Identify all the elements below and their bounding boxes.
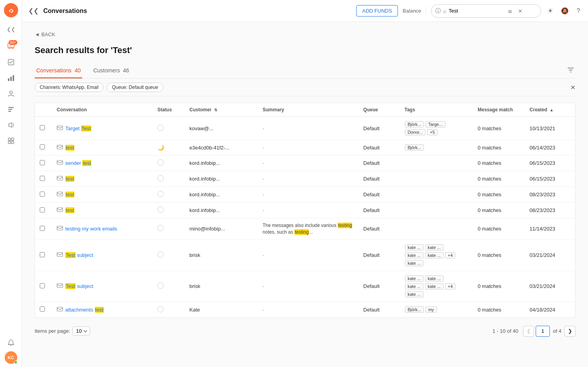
info-icon[interactable]: ⓘ	[435, 7, 441, 15]
svg-point-6	[9, 91, 12, 94]
table-filter-icon[interactable]	[566, 65, 575, 76]
filter-close-icon[interactable]: ✕	[570, 84, 575, 91]
search-input[interactable]	[449, 8, 504, 14]
row-checkbox[interactable]	[40, 125, 45, 130]
filter-chip-queue[interactable]: Queue: Default queue	[107, 83, 163, 92]
tag-chip[interactable]: Donor...	[405, 129, 426, 135]
status-snoozed-icon: 🌙	[157, 144, 164, 151]
search-highlight: Test	[81, 125, 91, 131]
sidebar-item-tasks[interactable]	[4, 55, 18, 69]
back-link[interactable]: ◄ BACK	[35, 31, 575, 37]
tag-chip[interactable]: +4	[445, 283, 456, 290]
conversation-link[interactable]: test	[65, 207, 74, 213]
queue-cell: Default	[359, 117, 400, 140]
current-page-input[interactable]	[536, 326, 550, 337]
conversation-link[interactable]: Target Test	[65, 125, 91, 131]
col-header-message-match: Message match	[473, 103, 525, 117]
search-icon[interactable]: ⌕	[443, 8, 446, 14]
summary-cell: -	[258, 117, 359, 140]
tag-chip[interactable]: +4	[445, 252, 456, 258]
row-checkbox[interactable]	[40, 207, 45, 212]
sidebar-item-segments[interactable]	[4, 102, 18, 116]
created-cell: 04/18/2024	[525, 302, 575, 317]
tag-chip[interactable]: kate ...	[425, 275, 444, 282]
tag-chip[interactable]: kate ...	[405, 244, 423, 251]
svg-rect-16	[57, 160, 63, 164]
svg-rect-4	[10, 77, 12, 81]
user-avatar[interactable]: KC	[5, 351, 17, 364]
message-match-cell: 0 matches	[473, 240, 525, 271]
sidebar-item-reports[interactable]	[4, 71, 18, 85]
tag-chip[interactable]: kate ...	[405, 252, 423, 258]
sidebar-item-campaigns[interactable]	[4, 118, 18, 132]
tag-chip[interactable]: my	[425, 306, 437, 313]
filter-icon[interactable]: ≣	[506, 6, 514, 16]
conversation-link[interactable]: attachments test	[65, 307, 104, 313]
col-header-customer[interactable]: Customer ⇅	[185, 103, 258, 117]
sidebar-item-contacts[interactable]	[4, 87, 18, 101]
filter-chip-channels[interactable]: Channels: WhatsApp, Email	[35, 83, 104, 92]
row-checkbox[interactable]	[40, 283, 45, 288]
tag-chip[interactable]: kate ...	[405, 275, 423, 282]
sidebar-item-conversations[interactable]: 99+	[4, 39, 18, 53]
tag-chip[interactable]: kate ...	[425, 244, 444, 251]
tag-chip[interactable]: Targe...	[425, 121, 446, 127]
svg-rect-15	[57, 145, 63, 149]
message-match-cell: 0 matches	[473, 117, 525, 140]
results-table: Conversation Status Customer ⇅ Summary Q…	[35, 103, 575, 318]
svg-rect-5	[13, 75, 14, 81]
tag-chip[interactable]: Björk...	[405, 306, 424, 313]
pagination-range: 1 - 10 of 40	[492, 328, 518, 334]
items-per-page-select[interactable]: 10 25 50	[72, 326, 90, 336]
tag-chip[interactable]: kate ...	[425, 252, 444, 258]
col-header-created[interactable]: Created ▲	[525, 103, 575, 117]
conversation-link[interactable]: test	[65, 145, 74, 151]
conversation-link[interactable]: test	[65, 192, 74, 197]
conversation-link[interactable]: Test subject	[65, 252, 93, 258]
email-icon	[57, 160, 63, 166]
search-highlight: test	[95, 307, 104, 313]
sidebar-item-grid[interactable]	[4, 134, 18, 148]
sidebar-collapse-btn[interactable]: ❮❮	[4, 22, 18, 36]
col-header-checkbox	[35, 103, 52, 117]
tag-chip[interactable]: +5	[427, 129, 438, 135]
status-open-icon	[157, 159, 164, 166]
help-icon[interactable]: ?	[575, 6, 582, 16]
conversation-link[interactable]: sender test	[65, 160, 91, 166]
prev-page-button[interactable]: ❮	[523, 326, 534, 337]
status-open-icon	[157, 251, 164, 258]
next-page-button[interactable]: ❯	[564, 326, 575, 337]
conversation-link[interactable]: test	[65, 176, 74, 182]
tag-chip[interactable]: kate ...	[425, 283, 444, 290]
tag-chip[interactable]: kate ...	[405, 260, 423, 266]
brightness-icon[interactable]: ☀	[546, 6, 555, 16]
email-icon	[57, 192, 63, 197]
app-logo[interactable]	[4, 3, 18, 17]
sidebar-toggle-icon[interactable]: ❮❮	[28, 7, 39, 15]
search-highlight: test	[65, 176, 74, 182]
mute-icon[interactable]: 🔕	[559, 6, 570, 16]
tab-customers[interactable]: Customers 46	[92, 63, 131, 78]
row-checkbox[interactable]	[40, 252, 45, 257]
row-checkbox[interactable]	[40, 192, 45, 197]
summary-cell: -	[258, 171, 359, 187]
tag-chip[interactable]: kate ...	[405, 291, 423, 297]
tab-conversations[interactable]: Conversations 40	[35, 63, 82, 78]
row-checkbox[interactable]	[40, 160, 45, 165]
status-open-icon	[157, 306, 164, 312]
items-per-page-label: Items per page:	[35, 328, 70, 334]
tag-chip[interactable]: kate ...	[405, 283, 423, 290]
created-cell: 03/21/2024	[525, 271, 575, 302]
table-row: attachments testKate-DefaultBjörk...my0 …	[35, 302, 575, 317]
row-checkbox[interactable]	[40, 176, 45, 181]
tag-chip[interactable]: Björk...	[405, 121, 424, 127]
conversation-link[interactable]: testing my work emails	[65, 226, 117, 232]
row-checkbox[interactable]	[40, 226, 45, 231]
tag-chip[interactable]: Björk...	[405, 144, 424, 151]
conversation-link[interactable]: Test subject	[65, 283, 93, 289]
search-clear-icon[interactable]: ✕	[516, 6, 524, 16]
add-funds-button[interactable]: ADD FUNDS	[356, 5, 398, 17]
row-checkbox[interactable]	[40, 144, 45, 149]
notifications-icon[interactable]	[4, 336, 18, 350]
row-checkbox[interactable]	[40, 306, 45, 312]
